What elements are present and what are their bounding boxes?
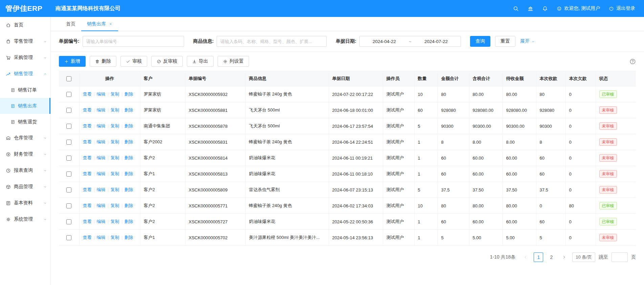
bill-no-input[interactable] [83, 36, 184, 47]
doc-icon [10, 104, 15, 108]
export-button[interactable]: 导出 [187, 56, 214, 67]
view-link[interactable]: 查看 [83, 235, 92, 240]
column-settings-button[interactable]: 列设置 [218, 56, 249, 67]
view-link[interactable]: 查看 [83, 107, 92, 113]
sidebar-item-home[interactable]: 首页 [0, 17, 50, 33]
help-icon[interactable] [629, 58, 636, 65]
delete-link[interactable]: 删除 [125, 187, 133, 192]
delete-link[interactable]: 删除 [125, 171, 133, 176]
date-start-value[interactable]: 2024-04-22 [373, 39, 396, 44]
copy-link[interactable]: 复制 [111, 155, 119, 160]
bell-icon[interactable] [542, 6, 548, 12]
row-checkbox[interactable] [66, 235, 71, 240]
logout-button[interactable]: 退出登录 [609, 5, 635, 12]
delete-link[interactable]: 删除 [125, 203, 133, 208]
view-link[interactable]: 查看 [83, 171, 92, 176]
sidebar-item-basic[interactable]: 基本资料 [0, 195, 50, 211]
row-checkbox[interactable] [66, 108, 71, 113]
copy-link[interactable]: 复制 [111, 139, 119, 144]
delete-link[interactable]: 删除 [125, 139, 133, 144]
edit-link[interactable]: 编辑 [97, 171, 106, 176]
search-button[interactable]: 查询 [470, 36, 490, 47]
sidebar-item-report[interactable]: 报表查询 [0, 162, 50, 179]
page-size-select[interactable]: 10 条/页 [572, 252, 595, 262]
view-link[interactable]: 查看 [83, 155, 92, 160]
delete-link[interactable]: 删除 [125, 123, 133, 128]
row-checkbox[interactable] [66, 124, 71, 129]
delete-link[interactable]: 删除 [125, 235, 133, 240]
copy-link[interactable]: 复制 [111, 107, 119, 113]
row-checkbox[interactable] [66, 140, 71, 145]
expand-link[interactable]: 展开 [520, 38, 535, 44]
view-link[interactable]: 查看 [83, 187, 92, 192]
edit-link[interactable]: 编辑 [97, 235, 106, 240]
action-divider [108, 108, 108, 113]
select-all-checkbox[interactable] [66, 76, 71, 81]
sidebar-item-purchase[interactable]: 采购管理 [0, 49, 50, 66]
copy-link[interactable]: 复制 [111, 123, 119, 128]
row-checkbox[interactable] [66, 92, 71, 97]
row-checkbox[interactable] [66, 156, 71, 161]
sidebar-subitem-sales-return[interactable]: 销售退货 [0, 114, 50, 130]
delete-link[interactable]: 删除 [125, 91, 133, 97]
copy-link[interactable]: 复制 [111, 91, 119, 97]
edit-link[interactable]: 编辑 [97, 155, 106, 160]
copy-link[interactable]: 复制 [111, 219, 119, 224]
tab-home[interactable]: 首页 [60, 17, 81, 31]
copy-link[interactable]: 复制 [111, 203, 119, 208]
delete-link[interactable]: 删除 [125, 107, 133, 113]
view-link[interactable]: 查看 [83, 219, 92, 224]
reset-button[interactable]: 重置 [495, 36, 515, 47]
action-divider [108, 172, 108, 176]
sidebar-item-goods[interactable]: 商品管理 [0, 179, 50, 195]
sidebar-item-retail[interactable]: 零售管理 [0, 33, 50, 49]
copy-link[interactable]: 复制 [111, 171, 119, 176]
view-link[interactable]: 查看 [83, 123, 92, 128]
delete-link[interactable]: 删除 [125, 219, 133, 224]
sidebar-item-sales[interactable]: 销售管理 [0, 66, 50, 82]
view-link[interactable]: 查看 [83, 203, 92, 208]
prev-page-button[interactable] [521, 252, 530, 262]
edit-link[interactable]: 编辑 [97, 219, 106, 224]
edit-link[interactable]: 编辑 [97, 123, 106, 128]
received-cell: 8 [536, 134, 565, 150]
edit-link[interactable]: 编辑 [97, 139, 106, 144]
row-checkbox[interactable] [66, 171, 71, 177]
date-range-picker[interactable]: 2024-04-22 ~ 2024-07-22 [359, 36, 461, 47]
copy-link[interactable]: 复制 [111, 235, 119, 240]
search-icon[interactable] [513, 6, 519, 12]
edit-link[interactable]: 编辑 [97, 203, 106, 208]
row-select-cell [59, 230, 79, 246]
audit-button[interactable]: 审核 [120, 56, 147, 67]
sidebar-item-finance[interactable]: 财务管理 [0, 146, 50, 162]
delete-button[interactable]: 删除 [90, 56, 116, 67]
close-icon[interactable] [109, 22, 112, 26]
sidebar-item-warehouse[interactable]: 仓库管理 [0, 130, 50, 146]
row-checkbox[interactable] [66, 219, 71, 224]
row-checkbox[interactable] [66, 187, 71, 192]
page-button-1[interactable]: 1 [534, 252, 543, 262]
next-page-button[interactable] [559, 252, 569, 262]
view-link[interactable]: 查看 [83, 139, 92, 144]
edit-link[interactable]: 编辑 [97, 91, 106, 97]
row-checkbox[interactable] [66, 203, 71, 208]
jump-to-input[interactable] [612, 252, 628, 262]
received-cell: 928080 [536, 102, 565, 118]
copy-link[interactable]: 复制 [111, 187, 119, 192]
building-icon[interactable] [528, 6, 533, 12]
date-end-value[interactable]: 2024-07-22 [424, 39, 448, 44]
delete-link[interactable]: 删除 [125, 155, 133, 160]
edit-link[interactable]: 编辑 [97, 107, 106, 113]
unaudit-button[interactable]: 反审核 [151, 56, 183, 67]
edit-link[interactable]: 编辑 [97, 187, 106, 192]
add-button[interactable]: 新增 [59, 56, 86, 67]
sidebar-subitem-sales-order[interactable]: 销售订单 [0, 82, 50, 98]
welcome-user[interactable]: 欢迎您, 测试用户 [557, 5, 600, 12]
product-input[interactable] [217, 36, 327, 47]
sidebar-item-system[interactable]: 系统管理 [0, 211, 50, 227]
tab-sales-outbound[interactable]: 销售出库 [81, 17, 118, 31]
view-link[interactable]: 查看 [83, 91, 92, 97]
page-button-2[interactable]: 2 [547, 252, 556, 262]
sidebar-subitem-sales-outbound[interactable]: 销售出库 [0, 98, 50, 114]
status-cell: 已审核 [596, 198, 636, 214]
